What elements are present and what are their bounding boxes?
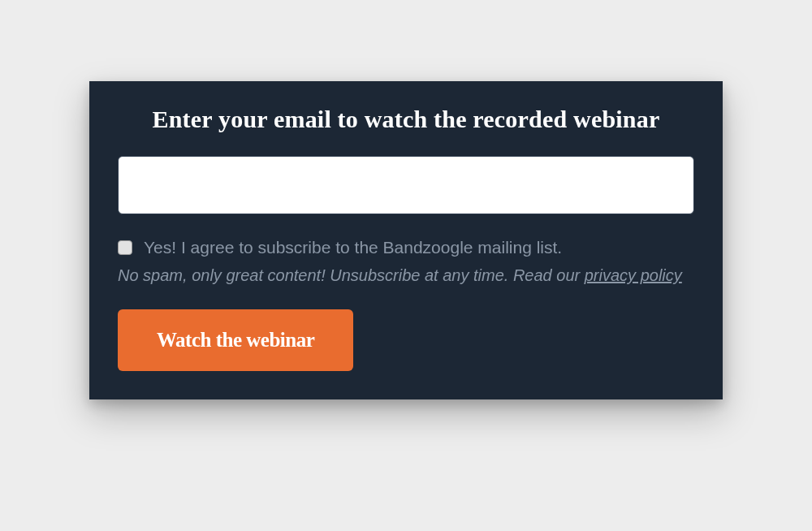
consent-row: Yes! I agree to subscribe to the Bandzoo… xyxy=(118,235,694,259)
watch-webinar-button[interactable]: Watch the webinar xyxy=(118,309,353,371)
consent-subtext: No spam, only great content! Unsubscribe… xyxy=(118,264,694,287)
webinar-signup-card: Enter your email to watch the recorded w… xyxy=(89,81,723,399)
email-field[interactable] xyxy=(118,156,694,214)
privacy-policy-link[interactable]: privacy policy xyxy=(585,266,682,284)
consent-checkbox[interactable] xyxy=(118,240,132,255)
form-heading: Enter your email to watch the recorded w… xyxy=(118,106,694,133)
subtext-prefix: No spam, only great content! Unsubscribe… xyxy=(118,266,585,284)
consent-label: Yes! I agree to subscribe to the Bandzoo… xyxy=(144,235,562,259)
